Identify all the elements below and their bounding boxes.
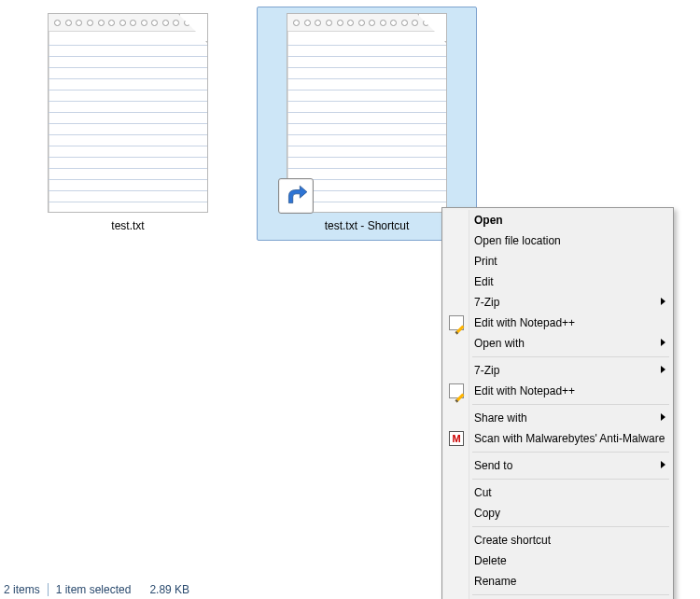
- menu-separator: [472, 526, 669, 527]
- file-item[interactable]: test.txt: [19, 7, 237, 240]
- menu-item-label: 7-Zip: [474, 296, 499, 309]
- submenu-arrow-icon: [661, 339, 665, 346]
- status-divider: [48, 583, 49, 596]
- menu-item-label: Print: [474, 255, 497, 268]
- submenu-arrow-icon: [661, 298, 665, 305]
- menu-separator: [472, 479, 669, 480]
- file-item[interactable]: test.txt - Shortcut: [257, 7, 477, 241]
- submenu-arrow-icon: [661, 366, 665, 373]
- menu-item-label: Edit: [474, 275, 494, 288]
- menu-item-label: Copy: [474, 507, 500, 520]
- notepadpp-icon: [449, 315, 464, 330]
- submenu-arrow-icon: [661, 461, 665, 468]
- menu-separator: [472, 404, 669, 405]
- menu-separator: [472, 452, 669, 453]
- menu-item[interactable]: Share with: [444, 408, 671, 428]
- menu-item[interactable]: Send to: [444, 455, 671, 476]
- menu-item-label: Cut: [474, 486, 492, 499]
- menu-item[interactable]: Edit with Notepad++: [444, 313, 671, 333]
- menu-item-label: Open file location: [474, 234, 561, 247]
- notepadpp-icon: [449, 383, 464, 398]
- menu-item-label: Edit with Notepad++: [474, 384, 575, 397]
- menu-item-label: Edit with Notepad++: [474, 316, 575, 329]
- menu-item[interactable]: 7-Zip: [444, 292, 671, 313]
- file-thumbnail: [278, 13, 455, 214]
- menu-item[interactable]: Create shortcut: [444, 530, 671, 550]
- menu-item[interactable]: 7-Zip: [444, 360, 671, 381]
- menu-item[interactable]: Open: [444, 210, 671, 230]
- menu-item[interactable]: Delete: [444, 550, 671, 571]
- menu-separator: [472, 356, 669, 357]
- menu-item-label: Share with: [474, 411, 527, 425]
- shortcut-overlay-icon: [278, 178, 314, 214]
- menu-item[interactable]: Copy: [444, 503, 671, 523]
- menu-item[interactable]: Scan with Malwarebytes' Anti-MalwareM: [444, 428, 671, 449]
- explorer-canvas[interactable]: test.txt test.txt - Shortcut: [0, 0, 700, 599]
- status-selection-size: 2.89 KB: [149, 583, 189, 596]
- menu-item[interactable]: Open with: [444, 333, 671, 354]
- menu-item[interactable]: Rename: [444, 571, 671, 592]
- file-thumbnail: [39, 13, 217, 214]
- malwarebytes-icon: M: [449, 431, 464, 446]
- status-selection-text: 1 item selected: [56, 583, 132, 596]
- menu-item[interactable]: Edit: [444, 272, 671, 292]
- menu-item-label: Open with: [474, 337, 525, 350]
- menu-item-label: Rename: [474, 575, 516, 588]
- menu-item-label: Scan with Malwarebytes' Anti-Malware: [474, 432, 665, 445]
- file-label: test.txt: [21, 219, 235, 232]
- menu-item[interactable]: Cut: [444, 482, 671, 503]
- menu-item-label: Create shortcut: [474, 534, 551, 547]
- menu-item-label: Delete: [474, 554, 507, 567]
- menu-item-label: Open: [474, 214, 503, 227]
- menu-separator: [472, 594, 669, 595]
- menu-item-label: Send to: [474, 459, 512, 472]
- menu-item-label: 7-Zip: [474, 364, 499, 377]
- menu-item[interactable]: Edit with Notepad++: [444, 381, 671, 401]
- menu-item[interactable]: Print: [444, 251, 671, 272]
- status-item-count: 2 items: [4, 583, 40, 596]
- submenu-arrow-icon: [661, 413, 665, 421]
- menu-item[interactable]: Open file location: [444, 230, 671, 251]
- context-menu: OpenOpen file locationPrintEdit7-ZipEdit…: [441, 207, 674, 599]
- notepad-page-icon: [48, 13, 208, 213]
